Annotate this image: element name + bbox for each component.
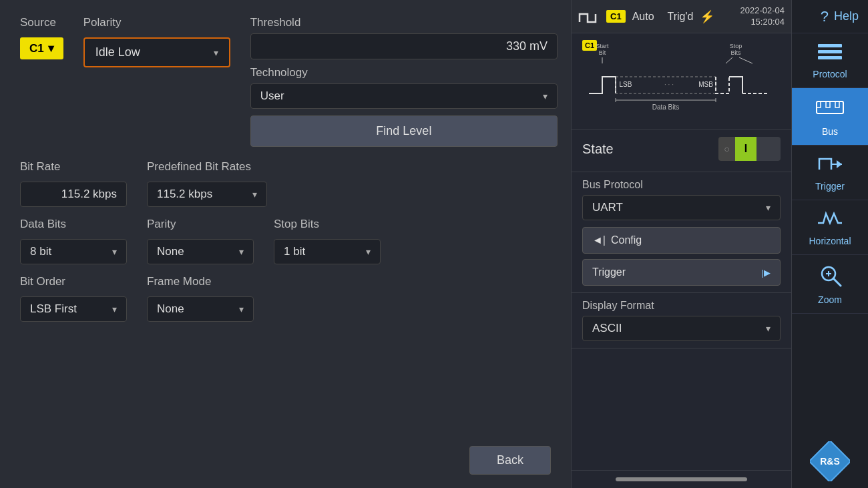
predefined-bit-rates-group: Predefined Bit Rates 115.2 kbps ▾ <box>147 160 267 207</box>
source-arrow: ▾ <box>48 41 54 55</box>
bus-protocol-label: Bus Protocol <box>582 179 781 191</box>
config-button[interactable]: ◄| Config <box>582 227 781 254</box>
technology-chevron: ▾ <box>543 91 548 101</box>
help-icon: ? <box>821 8 829 25</box>
svg-line-8 <box>739 57 752 63</box>
bit-order-row: Bit Order LSB First ▾ Frame Mode None ▾ <box>0 264 571 322</box>
frame-mode-group: Frame Mode None ▾ <box>147 275 254 322</box>
stop-bits-value: 1 bit <box>284 245 305 258</box>
horizontal-icon <box>817 208 843 233</box>
polarity-dropdown[interactable]: Idle Low ▾ <box>83 37 230 67</box>
bit-order-group: Bit Order LSB First ▾ <box>20 275 127 322</box>
rs-logo[interactable]: R&S <box>792 435 868 488</box>
main-area: Source C1 ▾ Polarity Idle Low ▾ <box>0 0 868 488</box>
battery-icon: ⚡ <box>700 9 714 24</box>
zoom-label: Zoom <box>818 294 842 305</box>
protocol-label: Protocol <box>813 69 847 79</box>
stop-bits-chevron: ▾ <box>366 246 371 257</box>
bus-icon <box>815 96 845 124</box>
svg-text:Bits: Bits <box>730 49 741 56</box>
state-toggle[interactable]: ○ I <box>718 137 781 161</box>
svg-line-7 <box>726 57 732 63</box>
display-format-value: ASCII <box>592 322 622 335</box>
svg-text:MSB: MSB <box>698 81 713 88</box>
back-button[interactable]: Back <box>469 446 551 475</box>
config-left-arrow: ◄| <box>592 234 606 246</box>
data-bits-value: 8 bit <box>30 245 51 258</box>
sidebar-item-trigger[interactable]: Trigger <box>792 146 868 200</box>
config-label: Config <box>611 234 642 246</box>
data-bits-label: Data Bits <box>20 218 127 231</box>
find-level-button[interactable]: Find Level <box>250 115 558 147</box>
sidebar-item-protocol[interactable]: Protocol <box>792 33 868 88</box>
bit-order-chevron: ▾ <box>112 304 117 314</box>
scroll-area <box>572 470 791 488</box>
zoom-icon <box>817 263 843 292</box>
bus-protocol-value: UART <box>592 201 623 214</box>
trigger-icon <box>817 154 843 178</box>
parity-label: Parity <box>147 218 254 231</box>
frame-mode-label: Frame Mode <box>147 275 254 288</box>
svg-line-24 <box>833 278 841 286</box>
bit-order-label: Bit Order <box>20 275 127 288</box>
scroll-thumb[interactable] <box>616 477 747 481</box>
datetime: 2022-02-04 15:20:04 <box>740 5 785 28</box>
predefined-bit-rates-value: 115.2 kbps <box>157 188 212 201</box>
trigger-row-button[interactable]: Trigger |▶ <box>582 259 781 286</box>
bit-rate-value[interactable]: 115.2 kbps <box>20 182 127 207</box>
frame-mode-chevron: ▾ <box>239 304 244 314</box>
back-row: Back <box>0 433 571 488</box>
display-format-dropdown[interactable]: ASCII ▾ <box>582 316 781 341</box>
toggle-off-button[interactable]: ○ <box>718 137 734 161</box>
rs-logo-icon: R&S <box>810 441 850 481</box>
predefined-bit-rates-dropdown[interactable]: 115.2 kbps ▾ <box>147 182 267 207</box>
parity-dropdown[interactable]: None ▾ <box>147 239 254 264</box>
frame-mode-value: None <box>157 302 184 316</box>
bit-rate-label: Bit Rate <box>20 160 127 174</box>
help-label: Help <box>834 9 859 23</box>
toggle-on-button[interactable]: I <box>735 137 756 161</box>
trigger-row-label: Trigger <box>592 266 626 278</box>
stop-bits-dropdown[interactable]: 1 bit ▾ <box>274 239 381 264</box>
bus-protocol-dropdown[interactable]: UART ▾ <box>582 195 781 220</box>
bus-label: Bus <box>822 126 838 137</box>
stop-bits-label: Stop Bits <box>274 218 381 231</box>
svg-text:· · ·: · · · <box>664 81 674 88</box>
svg-text:LSB: LSB <box>620 81 632 88</box>
data-bits-chevron: ▾ <box>112 246 117 257</box>
technology-value: User <box>260 89 284 103</box>
polarity-chevron: ▾ <box>214 47 218 58</box>
threshold-group: Threshold 330 mV Technology User ▾ Find … <box>250 16 558 147</box>
bus-protocol-area: Bus Protocol UART ▾ ◄| Config Trigger |▶ <box>572 172 791 293</box>
threshold-value[interactable]: 330 mV <box>250 33 558 59</box>
trig-label: Trig'd <box>668 11 694 23</box>
svg-text:C1: C1 <box>585 41 594 49</box>
technology-dropdown[interactable]: User ▾ <box>250 83 558 109</box>
svg-rect-20 <box>818 56 842 59</box>
display-format-area: Display Format ASCII ▾ <box>572 293 791 348</box>
mode-label: Auto <box>632 11 654 23</box>
predefined-bit-rates-label: Predefined Bit Rates <box>147 160 267 174</box>
bit-rate-group: Bit Rate 115.2 kbps <box>20 160 127 207</box>
trigger-shape-icon <box>578 9 600 25</box>
frame-mode-dropdown[interactable]: None ▾ <box>147 296 254 322</box>
source-dropdown[interactable]: C1 ▾ <box>20 37 63 59</box>
predefined-bit-rates-chevron: ▾ <box>252 189 257 200</box>
data-bits-dropdown[interactable]: 8 bit ▾ <box>20 239 127 264</box>
state-label: State <box>582 142 614 157</box>
svg-text:Data Bits: Data Bits <box>652 103 680 111</box>
sidebar-item-horizontal[interactable]: Horizontal <box>792 200 868 255</box>
bit-rate-row: Bit Rate 115.2 kbps Predefined Bit Rates… <box>0 147 571 207</box>
state-area: State ○ I <box>572 130 791 172</box>
display-format-chevron: ▾ <box>766 323 771 334</box>
bit-order-dropdown[interactable]: LSB First ▾ <box>20 296 127 322</box>
waveform-diagram: C1 Start Bit Stop Bits LSB <box>572 33 791 130</box>
sidebar-item-zoom[interactable]: Zoom <box>792 255 868 314</box>
source-label: Source <box>20 16 63 29</box>
toggle-right-button[interactable] <box>756 137 781 161</box>
right-panel: C1 Auto Trig'd ⚡ 2022-02-04 15:20:04 C1 … <box>571 0 791 488</box>
help-button[interactable]: ? Help <box>792 0 868 33</box>
parity-chevron: ▾ <box>239 246 244 257</box>
horizontal-label: Horizontal <box>809 236 851 246</box>
sidebar-item-bus[interactable]: Bus <box>792 88 868 146</box>
